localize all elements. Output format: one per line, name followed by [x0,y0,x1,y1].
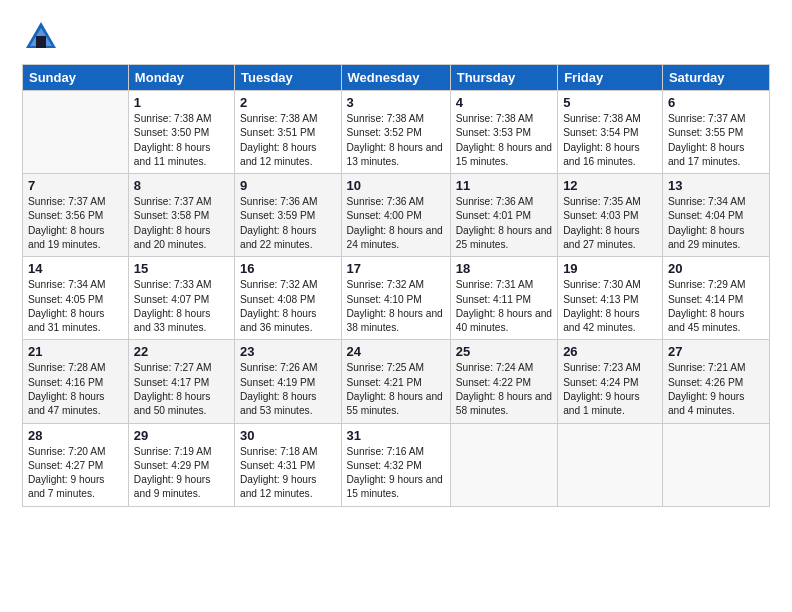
day-detail: Sunrise: 7:32 AMSunset: 4:08 PMDaylight:… [240,278,336,335]
weekday-header-wednesday: Wednesday [341,65,450,91]
calendar-cell: 4Sunrise: 7:38 AMSunset: 3:53 PMDaylight… [450,91,557,174]
logo [22,18,64,56]
weekday-header-monday: Monday [128,65,234,91]
calendar-cell: 8Sunrise: 7:37 AMSunset: 3:58 PMDaylight… [128,174,234,257]
svg-rect-2 [36,36,46,48]
day-number: 28 [28,428,123,443]
day-detail: Sunrise: 7:38 AMSunset: 3:51 PMDaylight:… [240,112,336,169]
day-detail: Sunrise: 7:28 AMSunset: 4:16 PMDaylight:… [28,361,123,418]
day-detail: Sunrise: 7:38 AMSunset: 3:54 PMDaylight:… [563,112,657,169]
calendar-cell: 16Sunrise: 7:32 AMSunset: 4:08 PMDayligh… [235,257,342,340]
day-number: 9 [240,178,336,193]
weekday-header-row: SundayMondayTuesdayWednesdayThursdayFrid… [23,65,770,91]
day-number: 23 [240,344,336,359]
calendar-cell: 30Sunrise: 7:18 AMSunset: 4:31 PMDayligh… [235,423,342,506]
calendar-cell: 7Sunrise: 7:37 AMSunset: 3:56 PMDaylight… [23,174,129,257]
day-detail: Sunrise: 7:25 AMSunset: 4:21 PMDaylight:… [347,361,445,418]
day-detail: Sunrise: 7:27 AMSunset: 4:17 PMDaylight:… [134,361,229,418]
day-detail: Sunrise: 7:16 AMSunset: 4:32 PMDaylight:… [347,445,445,502]
day-number: 14 [28,261,123,276]
day-number: 5 [563,95,657,110]
calendar-cell: 31Sunrise: 7:16 AMSunset: 4:32 PMDayligh… [341,423,450,506]
weekday-header-friday: Friday [558,65,663,91]
calendar-cell: 14Sunrise: 7:34 AMSunset: 4:05 PMDayligh… [23,257,129,340]
day-number: 13 [668,178,764,193]
day-number: 8 [134,178,229,193]
day-number: 15 [134,261,229,276]
day-number: 25 [456,344,552,359]
calendar-cell: 20Sunrise: 7:29 AMSunset: 4:14 PMDayligh… [662,257,769,340]
day-number: 27 [668,344,764,359]
day-detail: Sunrise: 7:38 AMSunset: 3:50 PMDaylight:… [134,112,229,169]
day-detail: Sunrise: 7:38 AMSunset: 3:53 PMDaylight:… [456,112,552,169]
weekday-header-saturday: Saturday [662,65,769,91]
day-detail: Sunrise: 7:37 AMSunset: 3:56 PMDaylight:… [28,195,123,252]
calendar-cell: 17Sunrise: 7:32 AMSunset: 4:10 PMDayligh… [341,257,450,340]
day-number: 24 [347,344,445,359]
day-detail: Sunrise: 7:18 AMSunset: 4:31 PMDaylight:… [240,445,336,502]
day-number: 16 [240,261,336,276]
calendar-cell: 12Sunrise: 7:35 AMSunset: 4:03 PMDayligh… [558,174,663,257]
calendar-cell: 11Sunrise: 7:36 AMSunset: 4:01 PMDayligh… [450,174,557,257]
calendar-cell: 29Sunrise: 7:19 AMSunset: 4:29 PMDayligh… [128,423,234,506]
day-detail: Sunrise: 7:34 AMSunset: 4:05 PMDaylight:… [28,278,123,335]
calendar-cell: 27Sunrise: 7:21 AMSunset: 4:26 PMDayligh… [662,340,769,423]
day-number: 30 [240,428,336,443]
day-detail: Sunrise: 7:31 AMSunset: 4:11 PMDaylight:… [456,278,552,335]
day-number: 19 [563,261,657,276]
day-detail: Sunrise: 7:37 AMSunset: 3:55 PMDaylight:… [668,112,764,169]
day-number: 21 [28,344,123,359]
calendar-cell: 9Sunrise: 7:36 AMSunset: 3:59 PMDaylight… [235,174,342,257]
calendar-cell: 28Sunrise: 7:20 AMSunset: 4:27 PMDayligh… [23,423,129,506]
week-row-2: 7Sunrise: 7:37 AMSunset: 3:56 PMDaylight… [23,174,770,257]
day-detail: Sunrise: 7:35 AMSunset: 4:03 PMDaylight:… [563,195,657,252]
day-detail: Sunrise: 7:24 AMSunset: 4:22 PMDaylight:… [456,361,552,418]
day-number: 10 [347,178,445,193]
day-detail: Sunrise: 7:30 AMSunset: 4:13 PMDaylight:… [563,278,657,335]
day-detail: Sunrise: 7:32 AMSunset: 4:10 PMDaylight:… [347,278,445,335]
day-number: 17 [347,261,445,276]
day-number: 7 [28,178,123,193]
calendar-cell [662,423,769,506]
day-number: 11 [456,178,552,193]
day-number: 6 [668,95,764,110]
day-detail: Sunrise: 7:26 AMSunset: 4:19 PMDaylight:… [240,361,336,418]
day-number: 4 [456,95,552,110]
day-detail: Sunrise: 7:23 AMSunset: 4:24 PMDaylight:… [563,361,657,418]
day-detail: Sunrise: 7:20 AMSunset: 4:27 PMDaylight:… [28,445,123,502]
calendar-cell: 25Sunrise: 7:24 AMSunset: 4:22 PMDayligh… [450,340,557,423]
week-row-1: 1Sunrise: 7:38 AMSunset: 3:50 PMDaylight… [23,91,770,174]
calendar-cell: 6Sunrise: 7:37 AMSunset: 3:55 PMDaylight… [662,91,769,174]
day-detail: Sunrise: 7:34 AMSunset: 4:04 PMDaylight:… [668,195,764,252]
week-row-3: 14Sunrise: 7:34 AMSunset: 4:05 PMDayligh… [23,257,770,340]
calendar-cell: 23Sunrise: 7:26 AMSunset: 4:19 PMDayligh… [235,340,342,423]
calendar-cell: 26Sunrise: 7:23 AMSunset: 4:24 PMDayligh… [558,340,663,423]
day-detail: Sunrise: 7:19 AMSunset: 4:29 PMDaylight:… [134,445,229,502]
day-number: 12 [563,178,657,193]
calendar-table: SundayMondayTuesdayWednesdayThursdayFrid… [22,64,770,507]
calendar-cell: 22Sunrise: 7:27 AMSunset: 4:17 PMDayligh… [128,340,234,423]
weekday-header-sunday: Sunday [23,65,129,91]
day-detail: Sunrise: 7:36 AMSunset: 4:01 PMDaylight:… [456,195,552,252]
day-number: 18 [456,261,552,276]
calendar-cell: 5Sunrise: 7:38 AMSunset: 3:54 PMDaylight… [558,91,663,174]
calendar-cell: 24Sunrise: 7:25 AMSunset: 4:21 PMDayligh… [341,340,450,423]
day-detail: Sunrise: 7:38 AMSunset: 3:52 PMDaylight:… [347,112,445,169]
day-number: 29 [134,428,229,443]
page: SundayMondayTuesdayWednesdayThursdayFrid… [0,0,792,612]
calendar-cell: 21Sunrise: 7:28 AMSunset: 4:16 PMDayligh… [23,340,129,423]
logo-icon [22,18,60,56]
calendar-cell: 18Sunrise: 7:31 AMSunset: 4:11 PMDayligh… [450,257,557,340]
day-number: 22 [134,344,229,359]
day-detail: Sunrise: 7:36 AMSunset: 3:59 PMDaylight:… [240,195,336,252]
calendar-cell [450,423,557,506]
calendar-cell: 3Sunrise: 7:38 AMSunset: 3:52 PMDaylight… [341,91,450,174]
day-number: 3 [347,95,445,110]
day-number: 1 [134,95,229,110]
calendar-cell: 13Sunrise: 7:34 AMSunset: 4:04 PMDayligh… [662,174,769,257]
calendar-cell [23,91,129,174]
day-number: 20 [668,261,764,276]
weekday-header-tuesday: Tuesday [235,65,342,91]
week-row-4: 21Sunrise: 7:28 AMSunset: 4:16 PMDayligh… [23,340,770,423]
calendar-cell: 15Sunrise: 7:33 AMSunset: 4:07 PMDayligh… [128,257,234,340]
